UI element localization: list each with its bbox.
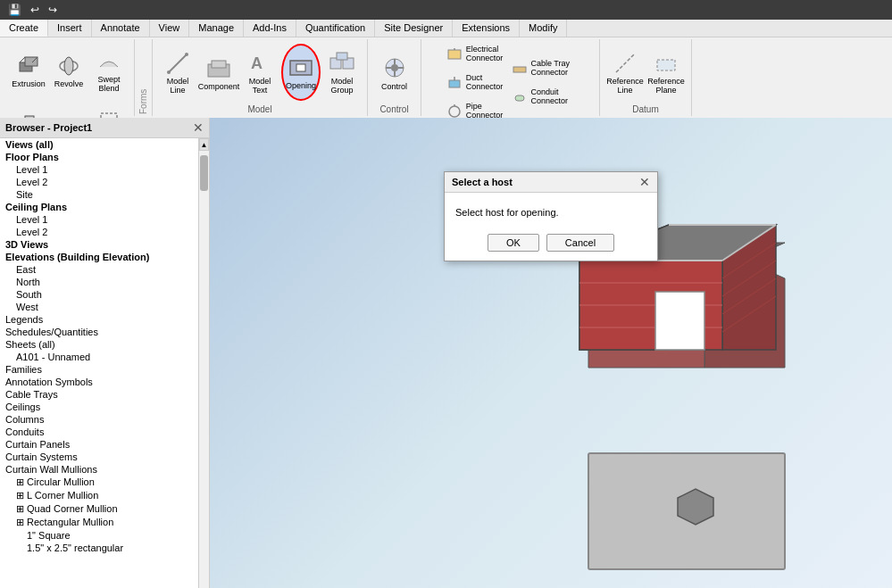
tab-addins[interactable]: Add-Ins — [244, 20, 296, 37]
ribbon-group-properties: Extrusion Blend Revolve — [4, 39, 135, 116]
svg-rect-17 — [296, 64, 305, 71]
ribbon-group-connectors: Electrical Connector Duct Connector Pipe… — [421, 39, 600, 116]
duct-connector-icon — [446, 74, 463, 92]
sidebar-item-13[interactable]: West — [0, 301, 198, 313]
sidebar-item-0[interactable]: Views (all) — [0, 138, 198, 151]
quick-access-toolbar: 💾 ↩ ↪ — [0, 0, 892, 20]
select-host-dialog: Select a host ✕ Select host for opening.… — [444, 171, 658, 261]
sidebar-item-32[interactable]: 1.5" x 2.5" rectangular — [0, 542, 198, 554]
control-btn[interactable]: Control — [375, 44, 414, 101]
sidebar-item-30[interactable]: ⊞ Rectangular Mullion — [0, 516, 198, 529]
dialog-buttons: OK Cancel — [445, 227, 657, 261]
sidebar-item-3[interactable]: Level 2 — [0, 176, 198, 188]
tab-modify[interactable]: Modify — [520, 20, 567, 37]
sidebar-item-25[interactable]: Curtain Systems — [0, 451, 198, 463]
tab-create[interactable]: Create — [0, 20, 48, 37]
model-text-icon: A — [246, 49, 274, 78]
sidebar-item-14[interactable]: Legends — [0, 313, 198, 326]
model-group-btn[interactable]: Model Group — [322, 44, 362, 101]
dialog-message: Select host for opening. — [455, 207, 559, 218]
qat-save[interactable]: 💾 — [5, 3, 24, 17]
sidebar-item-17[interactable]: A101 - Unnamed — [0, 351, 198, 363]
duct-connector-btn[interactable]: Duct Connector — [444, 70, 506, 96]
extrusion-btn[interactable]: Extrusion — [9, 43, 48, 98]
sidebar-close-btn[interactable]: ✕ — [193, 120, 204, 135]
sidebar: Browser - Project1 ✕ Views (all)Floor Pl… — [0, 118, 210, 588]
model-text-btn[interactable]: A Model Text — [240, 44, 279, 101]
sidebar-item-2[interactable]: Level 1 — [0, 163, 198, 176]
sidebar-item-22[interactable]: Columns — [0, 413, 198, 426]
revolve-btn[interactable]: Revolve — [49, 43, 88, 98]
sidebar-item-15[interactable]: Schedules/Quantities — [0, 326, 198, 338]
reference-plane-icon — [652, 49, 680, 78]
sidebar-item-20[interactable]: Cable Trays — [0, 388, 198, 401]
sidebar-item-9[interactable]: Elevations (Building Elevation) — [0, 251, 198, 263]
sidebar-item-12[interactable]: South — [0, 288, 198, 301]
conduit-connector-icon — [512, 88, 528, 106]
sidebar-item-11[interactable]: North — [0, 276, 198, 288]
sidebar-item-24[interactable]: Curtain Panels — [0, 438, 198, 451]
dialog-close-btn[interactable]: ✕ — [639, 176, 650, 188]
tab-annotate[interactable]: Annotate — [92, 20, 150, 37]
tab-site-designer[interactable]: Site Designer — [375, 20, 453, 37]
sidebar-scrollbar[interactable]: ▲ ▼ — [198, 138, 209, 588]
reference-line-btn[interactable]: Reference Line — [605, 44, 645, 101]
sidebar-item-1[interactable]: Floor Plans — [0, 151, 198, 163]
qat-redo[interactable]: ↪ — [46, 3, 60, 17]
dialog-title: Select a host — [452, 177, 513, 187]
model-line-icon — [163, 49, 192, 78]
sidebar-item-29[interactable]: ⊞ Quad Corner Mullion — [0, 502, 198, 516]
sidebar-list: Views (all)Floor PlansLevel 1Level 2Site… — [0, 138, 198, 588]
swept-blend-btn[interactable]: Swept Blend — [89, 43, 129, 98]
svg-rect-33 — [513, 67, 526, 72]
component-btn[interactable]: Component — [199, 44, 238, 101]
sidebar-item-31[interactable]: 1" Square — [0, 529, 198, 542]
dialog-cancel-btn[interactable]: Cancel — [546, 234, 614, 252]
scrollbar-track[interactable] — [199, 151, 209, 588]
datum-group-label: Datum — [632, 103, 658, 114]
sidebar-item-6[interactable]: Level 1 — [0, 213, 198, 226]
dialog-ok-btn[interactable]: OK — [488, 234, 539, 252]
dialog-body: Select host for opening. — [445, 193, 657, 227]
scrollbar-up-btn[interactable]: ▲ — [199, 138, 209, 151]
dialog-titlebar: Select a host ✕ — [445, 172, 657, 193]
tab-insert[interactable]: Insert — [48, 20, 92, 37]
sidebar-item-21[interactable]: Ceilings — [0, 401, 198, 413]
sidebar-item-8[interactable]: 3D Views — [0, 238, 198, 251]
scrollbar-thumb[interactable] — [200, 155, 208, 191]
qat-undo[interactable]: ↩ — [28, 3, 42, 17]
sidebar-item-10[interactable]: East — [0, 263, 198, 276]
sidebar-title: Browser - Project1 — [5, 122, 92, 133]
conduit-connector-btn[interactable]: Conduit Connector — [508, 84, 578, 111]
electrical-connector-btn[interactable]: Electrical Connector — [444, 41, 506, 68]
svg-rect-36 — [657, 60, 675, 70]
sidebar-item-18[interactable]: Families — [0, 363, 198, 376]
sidebar-item-19[interactable]: Annotation Symbols — [0, 376, 198, 388]
sidebar-item-27[interactable]: ⊞ Circular Mullion — [0, 476, 198, 489]
svg-point-12 — [185, 53, 188, 56]
model-line-btn[interactable]: Model Line — [158, 44, 197, 101]
cable-tray-connector-btn[interactable]: Cable Tray Connector — [508, 55, 578, 82]
tab-quantification[interactable]: Quantification — [296, 20, 375, 37]
sidebar-item-23[interactable]: Conduits — [0, 426, 198, 438]
ribbon-panel: Extrusion Blend Revolve — [0, 37, 892, 118]
sidebar-item-4[interactable]: Site — [0, 188, 198, 201]
sidebar-item-7[interactable]: Level 2 — [0, 226, 198, 238]
opening-btn[interactable]: Opening — [281, 44, 321, 101]
sidebar-item-16[interactable]: Sheets (all) — [0, 338, 198, 351]
sidebar-header: Browser - Project1 ✕ — [0, 118, 209, 138]
tab-manage[interactable]: Manage — [189, 20, 244, 37]
component-icon — [204, 54, 233, 82]
svg-point-7 — [64, 57, 73, 75]
sidebar-item-26[interactable]: Curtain Wall Mullions — [0, 463, 198, 476]
ribbon-tabs: Create Insert Annotate View Manage Add-I… — [0, 20, 892, 37]
reference-plane-btn[interactable]: Reference Plane — [646, 44, 686, 101]
tab-view[interactable]: View — [150, 20, 190, 37]
svg-point-31 — [449, 106, 460, 117]
sidebar-item-28[interactable]: ⊞ L Corner Mullion — [0, 489, 198, 502]
tab-extensions[interactable]: Extensions — [453, 20, 520, 37]
electrical-connector-icon — [446, 46, 463, 63]
sidebar-item-5[interactable]: Ceiling Plans — [0, 201, 198, 213]
svg-line-35 — [616, 54, 634, 72]
ribbon-group-model: Model Line Component A Model Text Openin… — [153, 39, 368, 116]
